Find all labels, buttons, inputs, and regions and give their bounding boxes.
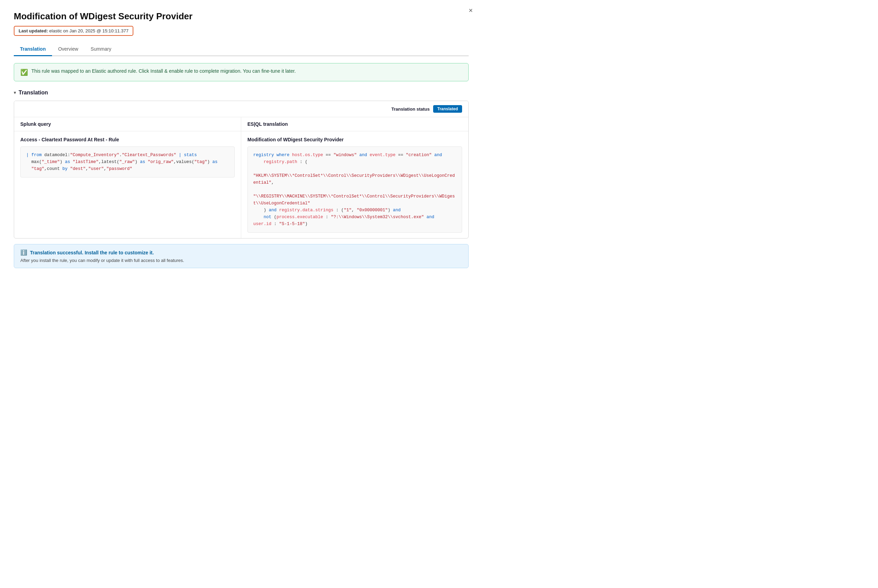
alert-text: This rule was mapped to an Elastic autho… (31, 68, 296, 74)
last-updated-box: Last updated: elastic on Jan 20, 2025 @ … (14, 26, 133, 36)
info-box-title-text: Translation successful. Install the rule… (30, 250, 154, 255)
translation-section-header: ▾ Translation (14, 90, 469, 96)
translation-card-header: Translation status Translated (14, 101, 468, 117)
esql-column: Modification of WDigest Security Provide… (241, 131, 468, 238)
translation-card: Translation status Translated Splunk que… (14, 100, 469, 238)
splunk-rule-title: Access - Cleartext Password At Rest - Ru… (20, 137, 235, 142)
last-updated-label: Last updated: (19, 28, 48, 33)
page-title: Modification of WDigest Security Provide… (14, 11, 469, 22)
last-updated-value: elastic on Jan 20, 2025 @ 15:10:11.377 (49, 28, 129, 33)
esql-header: ES|QL translation (241, 117, 468, 131)
tab-translation[interactable]: Translation (14, 43, 52, 56)
tabs-container: Translation Overview Summary (14, 43, 469, 56)
info-box: ℹ️ Translation successful. Install the r… (14, 244, 469, 268)
info-box-body: After you install the rule, you can modi… (20, 258, 462, 263)
close-button[interactable]: × (469, 7, 473, 14)
translation-columns-content: Access - Cleartext Password At Rest - Ru… (14, 131, 468, 238)
splunk-column: Access - Cleartext Password At Rest - Ru… (14, 131, 241, 238)
check-circle-icon: ✅ (20, 69, 28, 76)
splunk-code-block: | from datamodel:"Compute_Inventory"."Cl… (20, 147, 235, 177)
chevron-down-icon: ▾ (14, 90, 16, 95)
esql-rule-title: Modification of WDigest Security Provide… (247, 137, 462, 142)
translated-badge: Translated (433, 105, 462, 113)
translation-columns-header: Splunk query ES|QL translation (14, 117, 468, 131)
esql-code-block: registry where host.os.type == "windows"… (247, 147, 462, 232)
alert-banner: ✅ This rule was mapped to an Elastic aut… (14, 63, 469, 81)
tab-summary[interactable]: Summary (84, 43, 117, 56)
splunk-query-header: Splunk query (14, 117, 241, 131)
translation-status-label: Translation status (391, 106, 430, 112)
translation-section-label: Translation (19, 90, 48, 96)
tab-overview[interactable]: Overview (52, 43, 84, 56)
info-icon: ℹ️ (20, 249, 27, 256)
info-box-title: ℹ️ Translation successful. Install the r… (20, 249, 462, 256)
